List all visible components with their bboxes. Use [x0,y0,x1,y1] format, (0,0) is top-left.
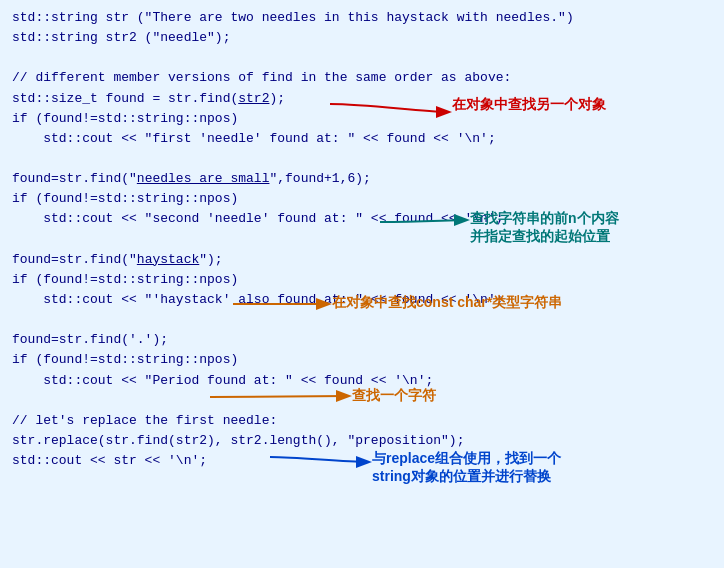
code-line-5: std::size_t found = str.find(str2); [12,89,712,109]
code-line-1: std::string str ("There are two needles … [12,8,712,28]
code-area: std::string str ("There are two needles … [0,0,724,479]
code-line-11: std::cout << "second 'needle' found at: … [12,209,712,229]
code-line-blank1 [12,48,712,68]
code-line-9: found=str.find("needles are small",found… [12,169,712,189]
code-line-blank5 [12,391,712,411]
code-line-blank2 [12,149,712,169]
code-line-17: found=str.find('.'); [12,330,712,350]
code-line-comment1: // different member versions of find in … [12,68,712,88]
code-line-10: if (found!=std::string::npos) [12,189,712,209]
code-line-23: std::cout << str << '\n'; [12,451,712,471]
code-line-22: str.replace(str.find(str2), str2.length(… [12,431,712,451]
code-line-15: std::cout << "'haystack' also found at: … [12,290,712,310]
code-line-7: std::cout << "first 'needle' found at: "… [12,129,712,149]
code-line-14: if (found!=std::string::npos) [12,270,712,290]
code-line-blank4 [12,310,712,330]
code-line-19: std::cout << "Period found at: " << foun… [12,371,712,391]
code-line-blank3 [12,230,712,250]
code-line-18: if (found!=std::string::npos) [12,350,712,370]
code-line-13: found=str.find("haystack"); [12,250,712,270]
code-line-21: // let's replace the first needle: [12,411,712,431]
code-line-2: std::string str2 ("needle"); [12,28,712,48]
code-line-6: if (found!=std::string::npos) [12,109,712,129]
